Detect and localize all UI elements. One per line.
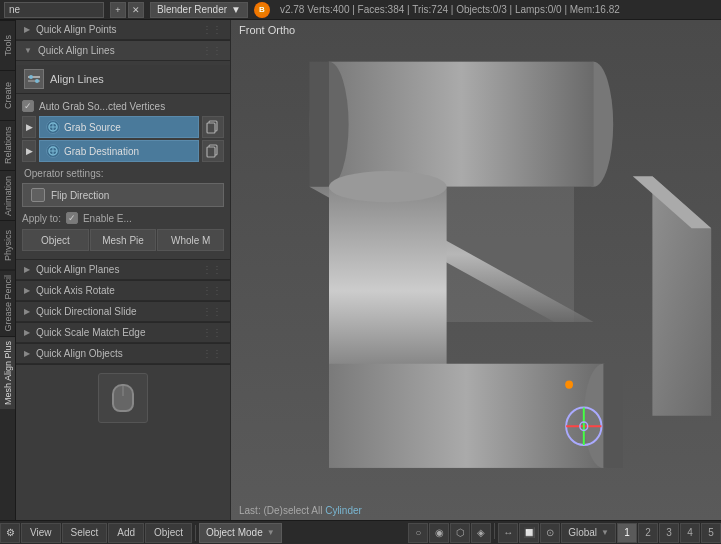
select-menu[interactable]: Select <box>62 523 108 543</box>
navigation-widget <box>98 373 148 423</box>
align-lines-subheader: Align Lines <box>16 65 230 94</box>
quick-axis-rotate-header[interactable]: ▶ Quick Axis Rotate ⋮⋮ <box>16 281 230 301</box>
add-scene-icon[interactable]: + <box>110 2 126 18</box>
last-op-text: (De)select All <box>263 505 322 516</box>
quick-align-planes-header[interactable]: ▶ Quick Align Planes ⋮⋮ <box>16 260 230 280</box>
quick-align-lines-arrow: ▼ <box>24 46 32 55</box>
whole-m-button[interactable]: Whole M <box>157 229 224 251</box>
qsm-label: Quick Scale Match Edge <box>36 327 146 338</box>
mode-selector[interactable]: Object Mode ▼ <box>199 523 282 543</box>
grab-source-copy[interactable] <box>202 116 224 138</box>
vtab-physics[interactable]: Physics <box>0 220 16 270</box>
viewport-shading-solid[interactable]: ○ <box>408 523 428 543</box>
grab-source-row: ▶ Grab Source <box>22 116 224 138</box>
quick-align-objects-header[interactable]: ▶ Quick Align Objects ⋮⋮ <box>16 344 230 364</box>
qsm-drag: ⋮⋮ <box>202 327 222 338</box>
enable-e-label: Enable E... <box>83 213 132 224</box>
render-engine-selector[interactable]: Blender Render ▼ <box>150 2 248 18</box>
svg-point-28 <box>565 380 573 388</box>
grab-destination-row: ▶ Grab Destination <box>22 140 224 162</box>
quick-directional-slide-section: ▶ Quick Directional Slide ⋮⋮ <box>16 302 230 323</box>
close-scene-icon[interactable]: ✕ <box>128 2 144 18</box>
apply-to-row: Apply to: ✓ Enable E... <box>22 209 224 227</box>
qao-label: Quick Align Objects <box>36 348 123 359</box>
svg-rect-25 <box>603 364 623 468</box>
grab-destination-expand[interactable]: ▶ <box>22 140 36 162</box>
mesh-pie-button[interactable]: Mesh Pie <box>90 229 157 251</box>
enable-e-checkbox[interactable]: ✓ <box>66 212 78 224</box>
manipulator-toggle[interactable]: ↔ <box>498 523 518 543</box>
object-button[interactable]: Object <box>22 229 89 251</box>
quick-align-points-header[interactable]: ▶ Quick Align Points ⋮⋮ <box>16 20 230 40</box>
engine-icon-btn[interactable]: ⚙ <box>0 523 20 543</box>
vtab-animation[interactable]: Animation <box>0 170 16 220</box>
apply-to-buttons: Object Mesh Pie Whole M <box>22 229 224 251</box>
layer-2[interactable]: 2 <box>638 523 658 543</box>
view-menu[interactable]: View <box>21 523 61 543</box>
grab-source-expand[interactable]: ▶ <box>22 116 36 138</box>
vtab-create[interactable]: Create <box>0 70 16 120</box>
add-menu[interactable]: Add <box>108 523 144 543</box>
top-bar: ne + ✕ Blender Render ▼ B v2.78 Verts:40… <box>0 0 721 20</box>
qds-arrow: ▶ <box>24 307 30 316</box>
flip-direction-button[interactable]: Flip Direction <box>22 183 224 207</box>
bottom-icons: ○ ◉ ⬡ ◈ ↔ 🔲 ⊙ <box>408 523 560 543</box>
viewport-3d[interactable]: Front Ortho <box>231 20 721 520</box>
quick-scale-match-header[interactable]: ▶ Quick Scale Match Edge ⋮⋮ <box>16 323 230 343</box>
layer-4[interactable]: 4 <box>680 523 700 543</box>
qap-label: Quick Align Planes <box>36 264 119 275</box>
qar-drag: ⋮⋮ <box>202 285 222 296</box>
flip-direction-indicator <box>31 188 45 202</box>
sidebar: ▶ Quick Align Points ⋮⋮ ▼ Quick Align Li… <box>16 20 231 520</box>
render-preview[interactable]: ◈ <box>471 523 491 543</box>
viewport-shading-wire[interactable]: ◉ <box>429 523 449 543</box>
grab-destination-label: Grab Destination <box>64 146 139 157</box>
separator-2 <box>494 523 495 539</box>
mouse-icon <box>112 384 134 412</box>
mode-dropdown-arrow: ▼ <box>267 528 275 537</box>
main-layout: Tools Create Relations Animation Physics… <box>0 20 721 520</box>
snap-toggle[interactable]: 🔲 <box>519 523 539 543</box>
object-menu[interactable]: Object <box>145 523 192 543</box>
qds-label: Quick Directional Slide <box>36 306 137 317</box>
svg-point-2 <box>29 75 33 79</box>
quick-align-lines-label: Quick Align Lines <box>38 45 115 56</box>
quick-align-points-label: Quick Align Points <box>36 24 117 35</box>
quick-directional-slide-header[interactable]: ▶ Quick Directional Slide ⋮⋮ <box>16 302 230 322</box>
quick-align-points-arrow: ▶ <box>24 25 30 34</box>
grab-source-button[interactable]: Grab Source <box>39 116 199 138</box>
qds-drag: ⋮⋮ <box>202 306 222 317</box>
vtab-tools[interactable]: Tools <box>0 20 16 70</box>
layer-5[interactable]: 5 <box>701 523 721 543</box>
vtab-relations[interactable]: Relations <box>0 120 16 170</box>
svg-rect-16 <box>329 62 594 187</box>
blender-logo: B <box>254 2 270 18</box>
qap-drag: ⋮⋮ <box>202 264 222 275</box>
render-dropdown-arrow: ▼ <box>231 4 241 15</box>
qar-label: Quick Axis Rotate <box>36 285 115 296</box>
quick-align-lines-header[interactable]: ▼ Quick Align Lines ⋮⋮ <box>16 41 230 61</box>
global-selector[interactable]: Global ▼ <box>561 523 616 543</box>
layer-1[interactable]: 1 <box>617 523 637 543</box>
proportional-edit[interactable]: ⊙ <box>540 523 560 543</box>
scene-name[interactable]: ne <box>4 2 104 18</box>
operator-settings-label: Operator settings: <box>22 164 224 181</box>
quick-align-planes-section: ▶ Quick Align Planes ⋮⋮ <box>16 260 230 281</box>
auto-grab-checkbox[interactable]: ✓ <box>22 100 34 112</box>
viewport-overlay[interactable]: ⬡ <box>450 523 470 543</box>
align-lines-title: Align Lines <box>50 73 104 85</box>
vtab-grease-pencil[interactable]: Grease Pencil <box>0 270 16 336</box>
layer-3[interactable]: 3 <box>659 523 679 543</box>
quick-align-points-drag: ⋮⋮ <box>202 24 222 35</box>
global-dropdown-arrow: ▼ <box>601 528 609 537</box>
global-label: Global <box>568 527 597 538</box>
vtab-mesh-align-plus[interactable]: Mesh Align Plus <box>0 336 16 409</box>
grab-destination-button[interactable]: Grab Destination <box>39 140 199 162</box>
svg-point-22 <box>329 171 447 202</box>
scene-icons: + ✕ <box>110 2 144 18</box>
auto-grab-label: Auto Grab So...cted Vertices <box>39 101 165 112</box>
mouse-scroll-line <box>123 386 124 396</box>
quick-align-lines-drag: ⋮⋮ <box>202 45 222 56</box>
bottom-bar: ⚙ View Select Add Object Object Mode ▼ ○… <box>0 520 721 544</box>
grab-destination-copy[interactable] <box>202 140 224 162</box>
